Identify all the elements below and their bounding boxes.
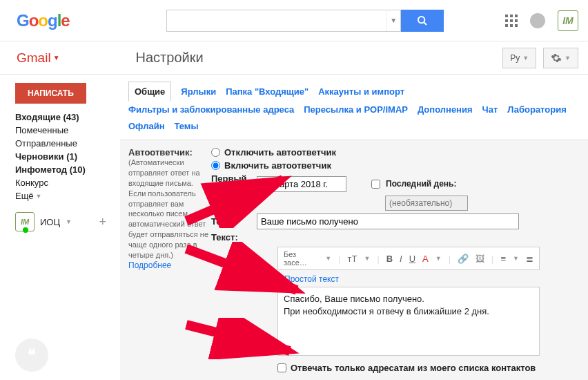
svg-point-0: [418, 17, 424, 23]
settings-tab[interactable]: Ярлыки: [181, 84, 216, 99]
settings-tab[interactable]: Темы: [175, 118, 199, 134]
learn-more-link[interactable]: Подробнее: [128, 260, 171, 270]
search-input[interactable]: ▼: [166, 10, 401, 32]
hangouts-contact[interactable]: IM ИОЦ ▼ +: [15, 212, 120, 231]
svg-line-1: [424, 22, 427, 25]
font-size-icon[interactable]: тТ: [347, 254, 357, 264]
status-online-icon: [23, 227, 28, 233]
caret-down-icon: ▼: [565, 55, 571, 61]
subject-input[interactable]: [257, 213, 519, 229]
settings-tab[interactable]: Аккаунты и импорт: [318, 84, 404, 99]
sidebar-item[interactable]: Инфометод (10): [15, 163, 120, 176]
underline-icon[interactable]: U: [409, 254, 415, 264]
settings-tab[interactable]: Папка "Входящие": [226, 84, 308, 99]
header: Google ▼ IM: [0, 0, 588, 41]
contacts-only-row[interactable]: Отвечать только адресатам из моего списк…: [277, 363, 580, 373]
first-day-input[interactable]: [257, 176, 346, 192]
image-icon[interactable]: 🖼: [476, 254, 484, 264]
bold-icon[interactable]: B: [386, 254, 393, 264]
last-day-label: Последний день:: [386, 179, 456, 189]
search-button[interactable]: [401, 10, 444, 32]
link-icon[interactable]: 🔗: [458, 254, 469, 264]
caret-down-icon: ▼: [53, 54, 60, 61]
body-label: Текст:: [211, 232, 238, 243]
page-title: Настройки: [136, 50, 204, 66]
sidebar-item[interactable]: Входящие (43): [15, 111, 120, 124]
plain-text-link[interactable]: « Простой текст: [277, 274, 580, 284]
radio-on[interactable]: Включить автоответчик: [211, 160, 580, 171]
caret-down-icon: ▼: [522, 55, 529, 61]
input-tools-button[interactable]: Ру▼: [502, 48, 536, 68]
settings-tab[interactable]: Общие: [128, 82, 171, 102]
settings-content: ОбщиеЯрлыкиПапка "Входящие"Аккаунты и им…: [120, 75, 588, 380]
caret-down-icon: ▼: [36, 193, 42, 200]
message-body[interactable]: Спасибо, Ваше письмо получено. При необх…: [277, 287, 540, 356]
settings-tabs: ОбщиеЯрлыкиПапка "Входящие"Аккаунты и им…: [120, 79, 588, 140]
last-day-input[interactable]: [385, 196, 468, 211]
last-day-checkbox[interactable]: [371, 180, 380, 189]
contacts-only-checkbox[interactable]: [277, 363, 286, 372]
hangouts-bubble-icon[interactable]: ❝: [15, 339, 48, 372]
radio-off[interactable]: Отключить автоответчик: [211, 147, 580, 158]
add-contact-icon[interactable]: +: [99, 215, 106, 229]
settings-tab[interactable]: Пересылка и POP/IMAP: [304, 102, 408, 117]
font-select[interactable]: Без засе…: [284, 250, 318, 267]
gear-icon: [551, 53, 562, 64]
account-avatar[interactable]: IM: [558, 10, 578, 31]
search-wrap: ▼: [166, 10, 444, 32]
settings-tab[interactable]: Дополнения: [418, 102, 473, 117]
notifications-icon[interactable]: [530, 13, 545, 28]
text-color-icon[interactable]: A: [422, 254, 429, 264]
sub-header: Gmail▼ Настройки Ру▼ ▼: [0, 41, 588, 75]
settings-tab[interactable]: Фильтры и заблокированные адреса: [128, 102, 294, 117]
settings-tab[interactable]: Чат: [482, 102, 498, 117]
settings-tab[interactable]: Офлайн: [128, 118, 165, 134]
subject-label: Тема:: [211, 216, 251, 227]
settings-panel: Автоответчик: (Автоматически отправляет …: [120, 140, 588, 380]
first-day-label: Первый день:: [211, 173, 251, 194]
sidebar-item[interactable]: Отправленные: [15, 137, 120, 150]
sidebar-item[interactable]: Черновики (1): [15, 150, 120, 163]
search-icon: [417, 15, 428, 26]
gmail-menu[interactable]: Gmail▼: [17, 50, 60, 66]
chat-label: ИОЦ: [40, 217, 60, 227]
setting-label: Автоответчик: (Автоматически отправляет …: [128, 147, 211, 373]
caret-down-icon[interactable]: ▼: [66, 218, 72, 225]
google-logo[interactable]: Google: [17, 11, 70, 30]
header-right: IM: [505, 10, 578, 31]
sidebar: НАПИСАТЬ Входящие (43)ПомеченныеОтправле…: [0, 75, 120, 380]
list-icon[interactable]: ≣: [526, 254, 533, 264]
settings-tab[interactable]: Лаборатория: [507, 102, 566, 117]
settings-gear-button[interactable]: ▼: [543, 48, 578, 68]
sidebar-item[interactable]: Конкурс: [15, 176, 120, 189]
italic-icon[interactable]: I: [400, 254, 402, 264]
main: НАПИСАТЬ Входящие (43)ПомеченныеОтправле…: [0, 75, 588, 380]
compose-button[interactable]: НАПИСАТЬ: [15, 83, 86, 104]
chat-avatar: IM: [15, 212, 35, 231]
search-dropdown-icon[interactable]: ▼: [386, 10, 400, 31]
editor-toolbar[interactable]: Без засе…▼ | тТ▼ | B I U A▼ | 🔗 🖼 | ≡▼ ≣: [277, 247, 540, 270]
sidebar-item[interactable]: Помеченные: [15, 124, 120, 137]
sidebar-more[interactable]: Ещё▼: [15, 191, 120, 201]
align-icon[interactable]: ≡: [500, 254, 506, 264]
apps-icon[interactable]: [505, 15, 518, 27]
